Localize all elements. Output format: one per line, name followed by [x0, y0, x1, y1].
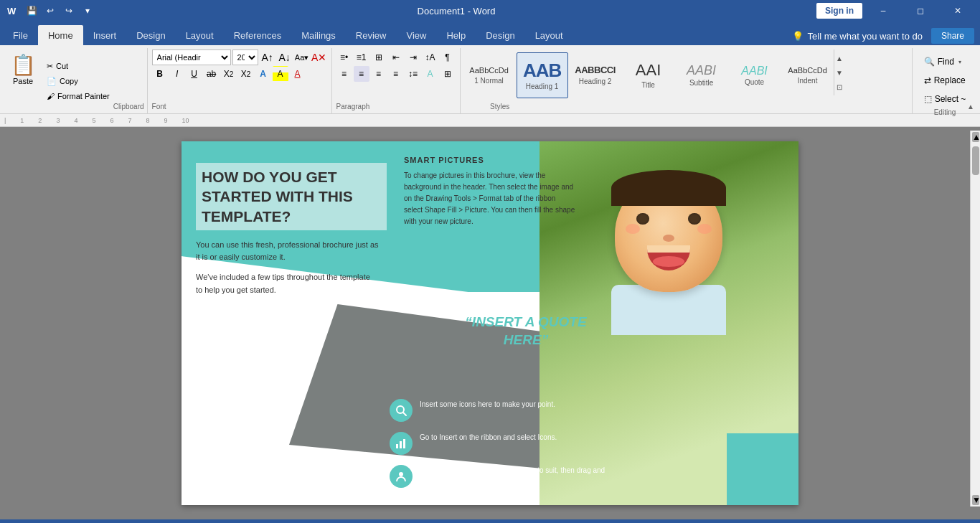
customize-quick-access-button[interactable]: ▾	[79, 2, 96, 19]
text-highlight-button[interactable]: A	[273, 66, 288, 82]
tab-insert[interactable]: Insert	[83, 25, 127, 45]
scrollbar-down-button[interactable]: ▼	[972, 495, 979, 505]
person-circle-icon	[390, 465, 413, 488]
collapse-ribbon-button[interactable]: ▲	[964, 101, 977, 112]
ribbon: 📋 Paste ✂ Cut 📄 Copy 🖌 Format Painter Cl…	[0, 45, 980, 114]
styles-group-label: Styles	[490, 101, 509, 112]
share-button[interactable]: Share	[931, 28, 974, 44]
increase-indent-button[interactable]: ⇥	[405, 50, 421, 65]
copy-label: Copy	[60, 77, 78, 85]
style-heading1[interactable]: AAB Heading 1	[517, 52, 568, 98]
quote-text: “INSERT A QUOTE HERE”	[458, 314, 594, 349]
body-text-2: We've included a few tips throughout the…	[196, 271, 379, 296]
tab-home[interactable]: Home	[38, 25, 83, 45]
close-button[interactable]: ✕	[941, 0, 974, 22]
select-button[interactable]: ⬚ Select ~	[919, 91, 971, 107]
styles-gallery: AaBbCcDd 1 Normal AAB Heading 1 AABBCCI …	[463, 50, 834, 101]
document-title: Document1 - Word	[96, 6, 816, 17]
cut-button[interactable]: ✂ Cut	[43, 60, 113, 73]
icon-item-1: Insert some icons here to make your poin…	[390, 399, 619, 422]
font-size-select[interactable]: 20	[232, 50, 258, 65]
tab-mailings[interactable]: Mailings	[291, 25, 346, 45]
multilevel-list-button[interactable]: ⊞	[371, 50, 387, 65]
style-title[interactable]: AAI Title	[623, 52, 674, 98]
shading-button[interactable]: A	[423, 66, 438, 82]
style-quote[interactable]: AABI Quote	[729, 52, 781, 98]
format-painter-icon: 🖌	[47, 92, 55, 100]
strikethrough-button[interactable]: ab	[204, 66, 220, 82]
title-bar: W 💾 ↩ ↪ ▾ Document1 - Word Sign in – ◻ ✕	[0, 0, 980, 22]
restore-button[interactable]: ◻	[904, 0, 937, 22]
sort-button[interactable]: ↕A	[423, 50, 438, 65]
style-quote-preview: AABI	[741, 65, 767, 77]
font-group-label: Font	[152, 101, 166, 112]
styles-group: AaBbCcDd 1 Normal AAB Heading 1 AABBCCI …	[461, 48, 913, 113]
icon-item-2: Go to Insert on the ribbon and select Ic…	[390, 432, 619, 455]
justify-button[interactable]: ≡	[388, 66, 404, 82]
minimize-button[interactable]: –	[867, 0, 900, 22]
scrollbar-thumb[interactable]	[972, 146, 979, 175]
font-color-button[interactable]: A	[290, 66, 306, 82]
decrease-indent-button[interactable]: ⇤	[388, 50, 404, 65]
replace-button[interactable]: ⇄ Replace	[919, 72, 971, 88]
font-family-select[interactable]: Arial (Headir	[152, 50, 231, 65]
style-heading2[interactable]: AABBCCI Heading 2	[570, 52, 621, 98]
tab-references[interactable]: References	[224, 25, 291, 45]
italic-button[interactable]: I	[169, 66, 185, 82]
align-center-button[interactable]: ≡	[354, 66, 369, 82]
tab-review[interactable]: Review	[346, 25, 397, 45]
format-painter-button[interactable]: 🖌 Format Painter	[43, 90, 113, 103]
svg-text:W: W	[7, 6, 17, 17]
brochure-content: HOW DO YOU GET STARTED WITH THIS TEMPLAT…	[182, 141, 798, 505]
numbering-button[interactable]: ≡1	[354, 50, 369, 65]
save-button[interactable]: 💾	[23, 2, 40, 19]
sign-in-button[interactable]: Sign in	[816, 3, 862, 19]
body-text-1: You can use this fresh, professional bro…	[196, 239, 379, 264]
subscript-button[interactable]: X2	[221, 66, 237, 82]
tab-design[interactable]: Design	[126, 25, 175, 45]
bold-button[interactable]: B	[152, 66, 168, 82]
icon-text-3: You can change the color of the icon to …	[420, 465, 619, 486]
para-row-1: ≡• ≡1 ⊞ ⇤ ⇥ ↕A ¶	[336, 50, 456, 65]
find-button[interactable]: 🔍 Find ▾	[919, 54, 971, 70]
chart-circle-icon	[390, 432, 413, 455]
style-normal[interactable]: AaBbCcDd 1 Normal	[463, 52, 515, 98]
bullets-button[interactable]: ≡•	[336, 50, 352, 65]
svg-rect-5	[400, 441, 402, 448]
line-spacing-button[interactable]: ↕≡	[405, 66, 421, 82]
tab-table-design[interactable]: Design	[476, 25, 524, 45]
tab-view[interactable]: View	[396, 25, 436, 45]
clear-formatting-button[interactable]: A✕	[311, 50, 327, 65]
copy-button[interactable]: 📄 Copy	[43, 75, 113, 88]
superscript-button[interactable]: X2	[238, 66, 254, 82]
redo-button[interactable]: ↪	[60, 2, 77, 19]
text-effects-button[interactable]: A	[255, 66, 271, 82]
document-area: ⊕	[0, 127, 980, 519]
ruler: | 1 2 3 4 5 6 7 8 9 10	[0, 114, 980, 127]
tab-file[interactable]: File	[3, 25, 38, 45]
borders-button[interactable]: ⊞	[440, 66, 456, 82]
undo-button[interactable]: ↩	[42, 2, 59, 19]
show-paragraph-button[interactable]: ¶	[440, 50, 456, 65]
align-right-button[interactable]: ≡	[371, 66, 387, 82]
paste-button[interactable]: 📋 Paste	[6, 50, 40, 91]
tab-help[interactable]: Help	[436, 25, 476, 45]
vertical-scrollbar[interactable]: ▲ ▼	[970, 131, 980, 506]
tab-table-layout[interactable]: Layout	[525, 25, 573, 45]
icon-item-3: You can change the color of the icon to …	[390, 465, 619, 488]
align-left-button[interactable]: ≡	[336, 66, 352, 82]
style-subtitle-preview: AABI	[687, 64, 716, 78]
smart-pictures-title: SMART PICTURES	[404, 156, 576, 164]
style-title-label: Title	[641, 81, 655, 89]
word-logo-icon: W	[6, 5, 17, 17]
scrollbar-up-button[interactable]: ▲	[972, 132, 979, 142]
styles-scroll-button[interactable]: ▲ ▼ ⊡	[834, 50, 845, 95]
decrease-font-button[interactable]: A↓	[277, 50, 293, 65]
change-case-button[interactable]: Aa▾	[294, 50, 310, 65]
increase-font-button[interactable]: A↑	[260, 50, 275, 65]
style-heading2-preview: AABBCCI	[575, 65, 615, 75]
style-subtitle[interactable]: AABI Subtitle	[676, 52, 727, 98]
style-indent[interactable]: AaBbCcDd Indent	[782, 52, 834, 98]
tab-layout[interactable]: Layout	[176, 25, 224, 45]
underline-button[interactable]: U	[187, 66, 202, 82]
